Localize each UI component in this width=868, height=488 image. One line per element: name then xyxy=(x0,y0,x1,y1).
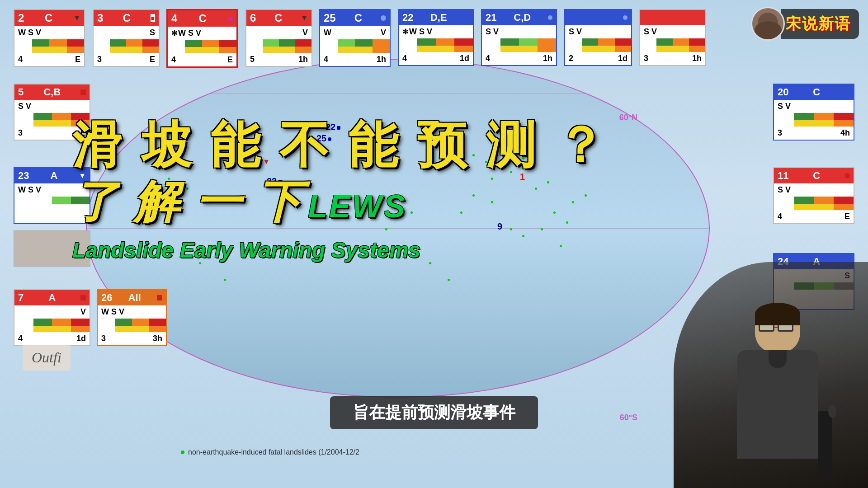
card-7-v: V xyxy=(80,307,86,317)
card-r1-bottom-left: 2 xyxy=(569,54,573,63)
card-25-bottom-right: 1h xyxy=(377,55,386,64)
card-3-letter: C xyxy=(123,12,131,24)
card-23-bottom-left xyxy=(18,212,20,221)
card-6-bottom-right: 1h xyxy=(298,55,308,64)
card-2-indicator: ▼ xyxy=(73,14,80,22)
card-r1-letter xyxy=(596,12,599,23)
card-7-bottom-right: 1d xyxy=(76,334,86,343)
bottom-banner: 旨在提前预测滑坡事件 xyxy=(330,396,538,429)
card-20-letter: C xyxy=(813,86,820,98)
card-22-indicator xyxy=(464,15,469,20)
legend-text: non-earthquake-induced fatal landslides … xyxy=(188,448,359,456)
card-7-num: 7 xyxy=(18,292,24,304)
card-26-bottom-left: 3 xyxy=(101,334,106,343)
card-2: 2 C ▼ W S V 4 E xyxy=(14,9,85,67)
card-r1-bottom-right: 1d xyxy=(618,54,627,63)
brand-avatar xyxy=(751,7,785,41)
card-r2-sv: S V xyxy=(644,27,657,37)
card-2-bottom-left: 4 xyxy=(18,55,23,64)
card-right-unlabeled-1: S V 2 1d xyxy=(564,9,632,66)
banner-text: 旨在提前预测滑坡事件 xyxy=(353,403,515,422)
card-22-bottom-left: 4 xyxy=(402,54,407,63)
card-6-letter: C xyxy=(274,12,282,24)
card-26-indicator xyxy=(157,295,162,300)
card-26-wsv: W S V xyxy=(101,307,124,317)
lat-north-label: 60°N xyxy=(619,113,637,122)
card-22: 22 D,E ✻ W S V 4 1d xyxy=(398,9,474,66)
card-5-indicator xyxy=(80,89,86,95)
card-21-bottom-right: 1h xyxy=(543,54,552,63)
card-20-indicator xyxy=(844,89,850,95)
card-20-bottom-left: 3 xyxy=(778,128,782,138)
card-23-wsv: W S V xyxy=(18,185,41,195)
card-4-num: 4 xyxy=(171,12,177,25)
card-5-num: 5 xyxy=(18,86,24,98)
card-right-unlabeled-2: S V 3 1h xyxy=(639,9,706,66)
card-11: 11 C S V 4 E xyxy=(773,167,854,224)
card-22-snowflake: ✻ xyxy=(402,28,408,36)
card-7-indicator xyxy=(80,295,86,300)
card-3-s: S xyxy=(150,28,155,38)
card-23-letter: A xyxy=(50,170,57,182)
legend: non-earthquake-induced fatal landslides … xyxy=(181,448,359,456)
card-6-num: 6 xyxy=(250,12,256,24)
card-4-indicator: ◆ xyxy=(228,15,233,22)
card-r2-bottom-left: 3 xyxy=(644,54,648,63)
presenter-area xyxy=(674,262,868,488)
card-4-snowflake: ✻ xyxy=(171,29,177,38)
card-11-indicator xyxy=(844,173,850,178)
card-4-letter: C xyxy=(199,12,207,25)
title-sub-text: 了 解 一 下 xyxy=(72,172,303,233)
card-6-v: V xyxy=(302,28,308,38)
card-2-bottom-right: E xyxy=(75,55,80,64)
brand-container: 宋说新语 xyxy=(751,7,859,41)
title-overlay: 滑 坡 能 不 能 预 测 ？ 了 解 一 下 LEWS Landslide E… xyxy=(72,117,608,263)
card-25-v: V xyxy=(381,28,386,38)
card-6: 6 C ▼ V 5 1h xyxy=(245,9,312,67)
card-22-letter: D,E xyxy=(430,12,447,23)
card-3-indicator: ■ xyxy=(151,14,155,22)
subtitle-eng-text: Landslide Early Warning Systems xyxy=(72,238,608,263)
card-25-w: W xyxy=(324,28,331,38)
card-22-bottom-right: 1d xyxy=(460,54,469,63)
card-11-letter: C xyxy=(813,170,820,182)
card-20-num: 20 xyxy=(778,86,788,98)
title-lews-text: LEWS xyxy=(308,188,406,225)
card-20-bottom-right: 4h xyxy=(840,128,850,138)
card-7-letter: A xyxy=(48,292,56,304)
card-7: 7 A V 4 1d xyxy=(14,289,90,346)
card-3-bottom-right: E xyxy=(150,55,155,64)
card-r1-num xyxy=(569,12,571,23)
card-3-num: 3 xyxy=(97,12,103,24)
card-7-bottom-left: 4 xyxy=(18,334,23,343)
card-26-num: 26 xyxy=(101,292,112,304)
card-20-sv: S V xyxy=(778,102,791,111)
card-26-letter: All xyxy=(128,292,141,304)
card-2-wsv: W S V xyxy=(18,28,41,38)
card-6-bottom-left: 5 xyxy=(250,55,255,64)
card-4: 4 C ◆ ✻ W S V 4 E xyxy=(166,9,238,68)
card-25-letter: C xyxy=(354,12,362,24)
card-4-bottom-left: 4 xyxy=(171,55,176,65)
card-11-bottom-right: E xyxy=(844,212,850,221)
card-5-letter: C,B xyxy=(43,86,61,98)
card-21-bottom-left: 4 xyxy=(486,54,490,63)
main-container: 60°N 60°S 6▼ 22 25 23▼ 9 1 2 C ▼ W S V xyxy=(0,0,868,488)
card-5-sv: S V xyxy=(18,102,31,111)
card-2-num: 2 xyxy=(18,12,24,24)
card-21-num: 21 xyxy=(486,12,496,23)
brand-logo: 宋说新语 xyxy=(781,9,859,39)
card-26-bottom-right: 3h xyxy=(153,334,162,343)
presenter-silhouette xyxy=(714,285,841,488)
card-4-wsv: W S V xyxy=(178,28,201,38)
card-25-bottom-left: 4 xyxy=(324,55,328,64)
card-2-letter: C xyxy=(45,12,52,24)
card-22-wsv: W S V xyxy=(409,27,432,37)
lat-south-label: 60°S xyxy=(620,413,637,422)
card-26: 26 All W S V 3 3h xyxy=(97,289,167,346)
brand-name: 宋说新语 xyxy=(786,15,851,32)
card-11-bottom-left: 4 xyxy=(778,212,782,221)
card-25-num: 25 xyxy=(324,12,336,24)
card-25-indicator xyxy=(381,15,386,21)
card-3-bottom-left: 3 xyxy=(97,55,102,64)
